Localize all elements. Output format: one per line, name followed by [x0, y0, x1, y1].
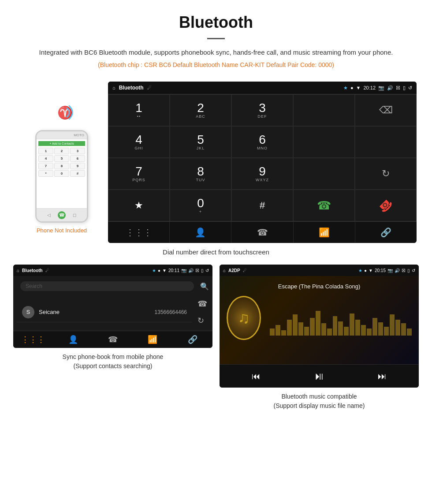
- dial-key-2[interactable]: 2 ABC: [170, 94, 231, 126]
- pb-nav-bluetooth[interactable]: 📶: [133, 335, 172, 344]
- phone-call-button: ☎: [58, 211, 66, 219]
- phone-key-2: 2: [54, 148, 69, 154]
- pb-back-icon: ↺: [205, 268, 209, 273]
- phone-key-5: 5: [54, 155, 69, 162]
- music-song-title: Escape (The Pina Colada Song): [278, 283, 360, 290]
- nav-dialpad[interactable]: ⋮⋮⋮: [108, 222, 170, 243]
- phone-key-hash: #: [70, 170, 85, 177]
- dial-key-hash[interactable]: #: [231, 190, 293, 221]
- dial-key-5[interactable]: 5 JKL: [170, 126, 231, 158]
- dialer-navbar: ⋮⋮⋮ 👤 ☎ 📶 🔗: [108, 221, 417, 243]
- visualizer-bar: [316, 311, 320, 336]
- search-placeholder: Search: [26, 283, 42, 289]
- music-screen: ⌂ A2DP ☄ ★ ● ▼ 20:15 📷 🔊 ☒ ▯ ↺: [220, 265, 419, 388]
- visualizer-bar: [395, 320, 400, 336]
- dial-call-green[interactable]: ☎: [293, 190, 355, 221]
- music-vol-icon: 🔊: [395, 268, 400, 273]
- bt-status-icon: ★: [343, 85, 348, 91]
- wifi-icon: ▼: [356, 85, 361, 90]
- phone-screen: + Add to Contacts 1 2 3 4 5 6 7 8 9 * 0 …: [37, 139, 87, 208]
- camera-icon: 📷: [378, 85, 384, 91]
- dial-empty-1: [293, 94, 355, 126]
- dial-key-star[interactable]: ★: [108, 190, 170, 221]
- page-description: Integrated with BC6 Bluetooth module, su…: [26, 47, 406, 58]
- pb-nav-link[interactable]: 🔗: [173, 335, 212, 344]
- visualizer-bar: [367, 329, 372, 336]
- phonebook-search-bar[interactable]: Search: [20, 281, 194, 291]
- nav-bluetooth[interactable]: 📶: [294, 222, 355, 243]
- pb-loc-icon: ●: [158, 268, 160, 273]
- music-prev-icon[interactable]: ⏮: [252, 371, 261, 381]
- phone-mockup: MOTO + Add to Contacts 1 2 3 4 5 6 7 8 9…: [35, 130, 88, 223]
- pb-camera-icon: 📷: [181, 268, 186, 273]
- visualizer-bar: [276, 325, 280, 336]
- dialer-android-screen: ⌂ Bluetooth ☄ ★ ● ▼ 20:12 📷 🔊 ☒ ▯ ↺: [108, 82, 417, 243]
- pb-call-action-icon[interactable]: ☎: [196, 297, 209, 310]
- visualizer-bar: [338, 321, 343, 336]
- dial-key-8[interactable]: 8 TUV: [170, 158, 231, 190]
- dial-key-7[interactable]: 7 PQRS: [108, 158, 170, 190]
- dial-key-4[interactable]: 4 GHI: [108, 126, 170, 158]
- dial-key-0[interactable]: 0 +: [170, 190, 231, 221]
- pb-wifi-icon: ▼: [162, 268, 167, 273]
- music-play-pause-icon[interactable]: ⏯: [314, 370, 324, 382]
- visualizer-bar: [333, 316, 338, 336]
- statusbar-right: ★ ● ▼ 20:12 📷 🔊 ☒ ▯ ↺: [343, 85, 412, 91]
- music-controls: ⏮ ⏯ ⏭: [220, 364, 419, 388]
- pb-nav-contacts[interactable]: 👤: [53, 335, 93, 344]
- phonebook-statusbar: ⌂ Bluetooth ☄ ★ ● ▼ 20:11 📷 🔊 ☒ ▯ ↺: [13, 265, 212, 276]
- pb-nav-dialpad[interactable]: ⋮⋮⋮: [13, 335, 53, 344]
- contact-avatar: S: [22, 306, 34, 318]
- phone-key-0: 0: [54, 170, 69, 177]
- music-note-icon: ♫: [238, 309, 250, 327]
- pb-refresh-action-icon[interactable]: ↻: [196, 314, 209, 327]
- contact-name: Seicane: [39, 309, 155, 315]
- music-bt-icon: ★: [358, 268, 362, 273]
- visualizer-bar: [287, 320, 292, 336]
- statusbar-bluetooth-title: Bluetooth: [119, 85, 144, 91]
- page-title: Bluetooth: [26, 13, 406, 32]
- nav-contacts[interactable]: 👤: [170, 222, 231, 243]
- pb-bt-icon: ★: [152, 268, 156, 273]
- dial-key-1[interactable]: 1 ••: [108, 94, 170, 126]
- dial-empty-4: [293, 158, 355, 190]
- visualizer-bar: [298, 322, 303, 336]
- nav-phone[interactable]: ☎: [231, 222, 293, 243]
- music-block: ⌂ A2DP ☄ ★ ● ▼ 20:15 📷 🔊 ☒ ▯ ↺: [220, 265, 419, 411]
- middle-section: ♈ MOTO + Add to Contacts 1 2 3 4 5 6: [0, 82, 432, 243]
- dial-key-6[interactable]: 6 MNO: [231, 126, 293, 158]
- phonebook-block: ⌂ Bluetooth ☄ ★ ● ▼ 20:11 📷 🔊 ☒ ▯ ↺: [13, 265, 212, 411]
- nav-settings[interactable]: 🔗: [355, 222, 417, 243]
- visualizer-bar: [384, 327, 389, 336]
- visualizer-bar: [407, 329, 412, 336]
- phone-top-bar: MOTO: [37, 131, 87, 139]
- visualizer-bar: [361, 325, 366, 336]
- music-camera-icon: 📷: [387, 268, 393, 273]
- contact-number: 13566664466: [155, 309, 187, 315]
- dial-call-red[interactable]: ☎: [355, 190, 417, 221]
- home-icon: ⌂: [112, 85, 115, 90]
- phone-area: ♈ MOTO + Add to Contacts 1 2 3 4 5 6: [15, 82, 108, 234]
- visualizer-bar: [281, 330, 286, 336]
- music-x-icon: ☒: [402, 268, 406, 273]
- usb-icon: ☄: [147, 85, 152, 91]
- dial-redial[interactable]: ↻: [355, 158, 417, 190]
- music-screen-icon: ▯: [407, 268, 410, 273]
- phone-dialer-header: + Add to Contacts: [38, 141, 85, 146]
- screen-icon: ▯: [403, 85, 406, 91]
- music-visualizer: [270, 309, 412, 336]
- pb-nav-phone[interactable]: ☎: [93, 335, 133, 344]
- music-album-art: ♫: [227, 296, 261, 340]
- phone-key-1: 1: [38, 148, 53, 154]
- music-home-icon: ⌂: [223, 268, 226, 273]
- visualizer-bar: [355, 320, 360, 336]
- back-icon: ↺: [408, 85, 412, 91]
- search-icon[interactable]: 🔍: [200, 282, 209, 291]
- music-next-icon[interactable]: ⏭: [378, 371, 387, 381]
- dial-backspace[interactable]: ⌫: [355, 94, 417, 126]
- volume-icon: 🔊: [387, 85, 393, 91]
- dial-screen-area: ⌂ Bluetooth ☄ ★ ● ▼ 20:12 📷 🔊 ☒ ▯ ↺: [108, 82, 417, 243]
- dial-key-9[interactable]: 9 WXYZ: [231, 158, 293, 190]
- phone-key-6: 6: [70, 155, 85, 162]
- dial-key-3[interactable]: 3 DEF: [231, 94, 293, 126]
